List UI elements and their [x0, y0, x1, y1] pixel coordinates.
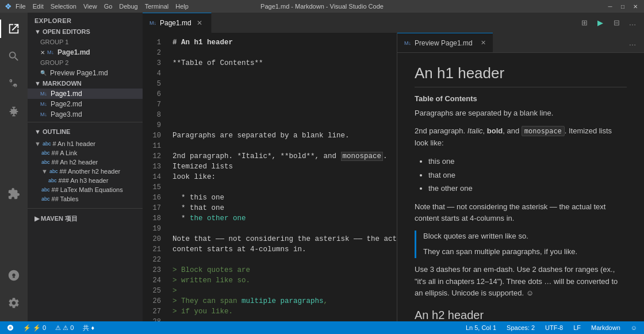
menu-terminal[interactable]: Terminal: [145, 3, 169, 10]
code-line-11: [172, 141, 397, 151]
status-cursor-pos[interactable]: Ln 5, Col 1: [463, 324, 499, 331]
title-bar-menu: File Edit Selection View Go Debug Termin…: [16, 3, 189, 10]
code-line-21: content starts at 4-columns in.: [172, 244, 397, 255]
tab-file-name: Page1.md: [160, 19, 191, 27]
preview-code-inline: monospace: [522, 126, 565, 136]
status-eol[interactable]: LF: [571, 324, 583, 331]
markdown-label[interactable]: ▼ MARKDOWN: [28, 78, 143, 89]
accounts-activity-icon[interactable]: [0, 262, 28, 289]
sidebar: EXPLORER ▼ OPEN EDITORS GROUP 1 ✕ M↓ Pag…: [28, 13, 143, 321]
status-spaces[interactable]: Spaces: 2: [504, 324, 537, 331]
preview-file-icon: 🔍: [40, 70, 47, 76]
preview-button[interactable]: ⊟: [610, 16, 623, 30]
tab-page1md[interactable]: M↓ Page1.md ✕: [143, 13, 212, 33]
outline-abc-badge-7: abc: [41, 196, 50, 202]
open-editor-page1md[interactable]: ✕ M↓ Page1.md: [28, 47, 143, 57]
code-editor[interactable]: 1 2 3 4 5 6 7 8 9 10 11 12 13 14 15 16 1: [143, 33, 397, 321]
status-language[interactable]: Markdown: [589, 324, 623, 331]
preview-tab-page1md[interactable]: M↓ Preview Page1.md ✕: [397, 33, 493, 52]
code-content[interactable]: # An h1 header **Table of Contents** Par…: [168, 37, 397, 317]
explorer-title[interactable]: EXPLORER: [28, 13, 143, 26]
open-editors-label[interactable]: ▼ OPEN EDITORS: [28, 26, 143, 37]
md-icon-2: M↓: [40, 101, 47, 107]
close-button[interactable]: ✕: [631, 2, 639, 10]
menu-help[interactable]: Help: [175, 3, 189, 10]
outline-h1-label: # An h1 header: [52, 140, 95, 147]
file-page1md[interactable]: M↓ Page1.md: [28, 89, 143, 99]
title-bar: ❖ File Edit Selection View Go Debug Term…: [0, 0, 644, 13]
md-icon-1: M↓: [40, 91, 47, 97]
outline-item-tables[interactable]: abc ## Tables: [28, 194, 143, 204]
extensions-activity-icon[interactable]: [0, 180, 28, 208]
maximize-button[interactable]: □: [619, 2, 627, 10]
status-encoding[interactable]: UTF-8: [543, 324, 565, 331]
split-editor-button[interactable]: ⊞: [577, 16, 591, 30]
open-editor-preview[interactable]: 🔍 Preview Page1.md: [28, 68, 143, 78]
file-page2md[interactable]: M↓ Page2.md: [28, 99, 143, 109]
search-activity-icon[interactable]: [0, 43, 28, 70]
settings-activity-icon[interactable]: [0, 289, 28, 317]
status-bar: ⚡ ⚡ 0 ⚠ ⚠ 0 共 ♦ Ln 5, Col 1 Spaces: 2 UT…: [0, 321, 644, 334]
status-errors[interactable]: ⚡ ⚡ 0: [21, 324, 48, 332]
code-line-23: > Block quotes are: [172, 265, 397, 275]
code-line-28: [172, 317, 397, 321]
outline-abc-badge: abc: [43, 141, 51, 147]
md-file-icon: M↓: [47, 49, 54, 55]
preview-toc-title: Table of Contents: [415, 94, 627, 103]
code-line-9: [172, 120, 397, 130]
group1-label[interactable]: GROUP 1: [28, 37, 143, 47]
code-line-6: [172, 89, 397, 99]
outline-item-h2header[interactable]: abc ## An h2 header: [28, 158, 143, 167]
outline-header[interactable]: ▼ OUTLINE: [28, 125, 143, 137]
menu-debug[interactable]: Debug: [119, 3, 137, 10]
outline-item-h1header[interactable]: ▼ abc # An h1 header: [28, 139, 143, 148]
code-line-10: Paragraphs are separated by a blank line…: [172, 130, 397, 141]
close-icon[interactable]: ✕: [40, 49, 45, 56]
code-line-8: [172, 110, 397, 120]
outline-h3-label: ### An h3 header: [59, 177, 109, 184]
minimize-button[interactable]: ─: [606, 2, 614, 10]
file-page3md[interactable]: M↓ Page3.md: [28, 109, 143, 120]
code-line-17: * that one: [172, 203, 397, 213]
debug-activity-icon[interactable]: [0, 98, 28, 125]
status-bar-left: ⚡ ⚡ 0 ⚠ ⚠ 0 共 ♦: [5, 324, 97, 332]
preview-more-button[interactable]: …: [626, 36, 639, 49]
source-control-activity-icon[interactable]: [0, 70, 28, 98]
app-logo: ❖: [5, 2, 12, 11]
outline-item-h3[interactable]: abc ### An h3 header: [28, 176, 143, 185]
status-smiley[interactable]: ☺: [628, 324, 639, 331]
more-actions-button[interactable]: …: [626, 16, 639, 30]
preview-h1: An h1 header: [415, 64, 627, 87]
tab-close-button[interactable]: ✕: [195, 18, 204, 28]
menu-file[interactable]: File: [16, 3, 26, 10]
window-controls: ─ □ ✕: [606, 2, 639, 10]
run-code-button[interactable]: ▶: [593, 16, 607, 30]
preview-tab-label: Preview Page1.md: [415, 39, 473, 47]
outline-item-another-h2[interactable]: ▼ abc ## Another h2 header: [28, 167, 143, 176]
md-icon-3: M↓: [40, 112, 47, 117]
file-name-3: Page3.md: [51, 110, 82, 118]
code-line-15: [172, 182, 397, 193]
explorer-activity-icon[interactable]: [0, 15, 28, 43]
menu-view[interactable]: View: [83, 3, 97, 10]
menu-edit[interactable]: Edit: [33, 3, 44, 10]
code-line-22: [172, 255, 397, 265]
preview-tab-close[interactable]: ✕: [481, 39, 486, 47]
preview-bold: bold: [487, 126, 503, 135]
status-warnings[interactable]: ⚠ ⚠ 0: [53, 324, 76, 332]
menu-go[interactable]: Go: [104, 3, 113, 10]
main-layout: EXPLORER ▼ OPEN EDITORS GROUP 1 ✕ M↓ Pag…: [0, 13, 644, 321]
code-line-26: > They can span multiple paragraphs,: [172, 296, 397, 306]
group2-label[interactable]: GROUP 2: [28, 57, 143, 68]
status-shared[interactable]: 共 ♦: [80, 324, 97, 332]
code-line-16: * this one: [172, 193, 397, 203]
outline-expand-icon-2: ▼: [41, 168, 48, 175]
outline-item-latex[interactable]: abc ## LaTex Math Equations: [28, 185, 143, 194]
maven-header[interactable]: ▶ MAVEN 项目: [28, 211, 143, 225]
list-item-1: this one: [428, 155, 627, 168]
outline-item-alink[interactable]: abc ## A Link: [28, 148, 143, 158]
window-title: Page1.md - Markdown - Visual Studio Code: [260, 3, 384, 10]
menu-selection[interactable]: Selection: [51, 3, 76, 10]
status-git-icon[interactable]: [5, 324, 16, 331]
code-line-14: look like:: [172, 172, 397, 182]
